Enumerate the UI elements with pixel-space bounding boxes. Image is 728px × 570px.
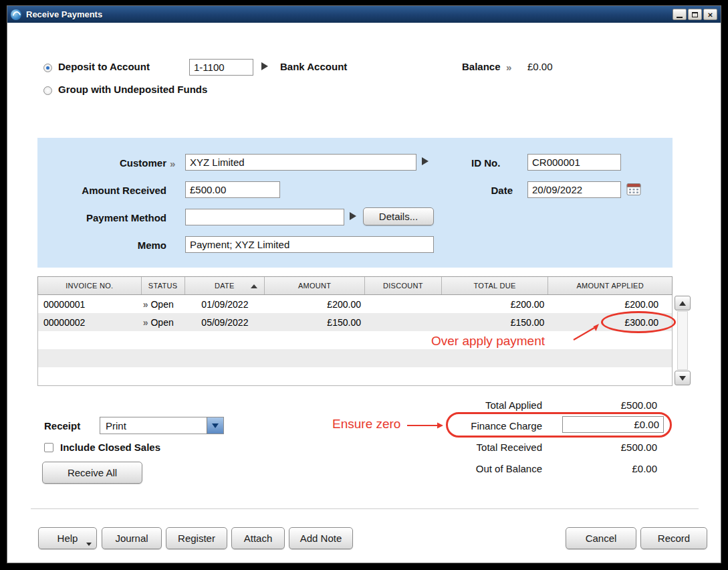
col-header-discount[interactable]: DISCOUNT [365, 277, 442, 294]
invoice-row-2[interactable]: 00000002 Open 05/09/2022 £150.00 £150.00… [38, 313, 672, 331]
invoice-table-header: INVOICE NO. STATUS DATE AMOUNT DISCOUNT … [37, 276, 673, 295]
total-applied-label: Total Applied [382, 399, 542, 411]
cell-total-due: £150.00 [442, 313, 549, 331]
customer-input[interactable] [185, 154, 416, 171]
receive-payments-window: Receive Payments Deposit to Account Bank… [7, 5, 721, 563]
receipt-dropdown-value: Print [100, 417, 207, 434]
dropdown-arrow-icon [212, 423, 219, 428]
date-input[interactable] [527, 181, 621, 198]
payment-method-input[interactable] [185, 209, 344, 225]
app-icon [11, 9, 21, 20]
customer-chevron-icon [170, 157, 175, 170]
amount-received-input[interactable] [185, 181, 280, 198]
scroll-up-button[interactable] [675, 296, 691, 310]
group-undeposited-radio[interactable] [43, 86, 52, 95]
cell-amount-applied-overapplied[interactable]: £300.00 [548, 313, 672, 331]
include-closed-sales-label: Include Closed Sales [60, 442, 160, 453]
deposit-to-account-radio[interactable] [43, 64, 52, 72]
memo-label: Memo [33, 240, 166, 251]
invoice-table: INVOICE NO. STATUS DATE AMOUNT DISCOUNT … [37, 276, 673, 386]
account-name-label: Bank Account [280, 61, 347, 72]
scroll-down-button[interactable] [675, 371, 691, 385]
col-header-invoice-no[interactable]: INVOICE NO. [38, 277, 142, 294]
details-button[interactable]: Details... [363, 207, 434, 225]
total-applied-value: £500.00 [557, 399, 657, 411]
col-header-date[interactable]: DATE [185, 277, 265, 294]
balance-chevron-icon [506, 61, 511, 74]
col-header-total-due[interactable]: TOTAL DUE [442, 277, 549, 294]
empty-row [38, 349, 672, 367]
table-scrollbar[interactable] [675, 296, 691, 385]
col-header-status[interactable]: STATUS [142, 277, 185, 294]
scroll-down-icon [679, 376, 686, 381]
title-bar[interactable]: Receive Payments [7, 6, 721, 23]
invoice-detail-arrow-icon[interactable] [143, 299, 148, 310]
cell-invoice-no: 00000002 [38, 313, 142, 331]
include-closed-sales-checkbox[interactable] [44, 443, 53, 452]
window-title: Receive Payments [26, 9, 102, 19]
journal-button[interactable]: Journal [102, 527, 162, 549]
receive-all-button[interactable]: Receive All [42, 462, 142, 484]
help-button[interactable]: Help [38, 527, 97, 549]
add-note-button[interactable]: Add Note [289, 527, 353, 549]
out-of-balance-value: £0.00 [557, 463, 657, 474]
minimize-button[interactable] [673, 9, 687, 20]
scrollbar-track[interactable] [677, 311, 688, 370]
out-of-balance-label: Out of Balance [382, 463, 542, 474]
status-text: Open [150, 317, 173, 328]
sort-ascending-icon [251, 284, 257, 288]
col-header-amount[interactable]: AMOUNT [265, 277, 365, 294]
close-button[interactable] [703, 9, 717, 20]
receipt-label: Receipt [44, 420, 80, 432]
id-no-input[interactable] [527, 154, 621, 171]
finance-charge-input[interactable] [562, 416, 664, 433]
total-received-label: Total Received [382, 442, 542, 453]
col-header-amount-applied[interactable]: AMOUNT APPLIED [548, 277, 672, 294]
minimize-icon [677, 17, 683, 18]
date-label: Date [446, 185, 513, 196]
receipt-dropdown[interactable]: Print [100, 417, 224, 434]
window-controls [673, 9, 717, 20]
receipt-dropdown-button[interactable] [207, 417, 223, 434]
cell-discount[interactable] [365, 295, 442, 313]
maximize-icon [692, 12, 698, 17]
payment-method-select-arrow-icon[interactable] [350, 212, 356, 220]
status-text: Open [150, 299, 173, 310]
maximize-button[interactable] [688, 9, 702, 20]
payment-method-label: Payment Method [33, 212, 166, 223]
deposit-to-account-label: Deposit to Account [58, 61, 150, 72]
col-header-date-label: DATE [215, 282, 235, 290]
register-button[interactable]: Register [166, 527, 227, 549]
cell-amount: £200.00 [265, 295, 365, 313]
cell-amount-applied[interactable]: £200.00 [548, 295, 672, 313]
customer-select-arrow-icon[interactable] [422, 157, 429, 165]
help-button-label: Help [57, 533, 78, 544]
finance-charge-label: Finance Charge [382, 420, 542, 432]
cell-date: 05/09/2022 [185, 313, 265, 331]
invoice-detail-arrow-icon[interactable] [143, 317, 148, 328]
cell-discount[interactable] [365, 313, 442, 331]
calendar-icon[interactable] [626, 182, 641, 196]
memo-input[interactable] [185, 236, 434, 253]
help-menu-caret-icon [86, 543, 92, 546]
invoice-row-1[interactable]: 00000001 Open 01/09/2022 £200.00 £200.00… [38, 295, 672, 313]
cell-status: Open [142, 313, 185, 331]
amount-received-label: Amount Received [33, 185, 166, 196]
id-no-label: ID No. [471, 157, 500, 169]
empty-row [38, 367, 672, 385]
customer-label: Customer [33, 157, 166, 169]
cell-invoice-no: 00000001 [38, 295, 142, 313]
empty-row [38, 331, 672, 349]
group-undeposited-label: Group with Undeposited Funds [58, 84, 207, 95]
invoice-table-body: 00000001 Open 01/09/2022 £200.00 £200.00… [37, 295, 673, 386]
total-received-value: £500.00 [557, 442, 657, 453]
account-select-arrow-icon[interactable] [261, 62, 268, 70]
cancel-button[interactable]: Cancel [566, 527, 636, 549]
close-icon [707, 9, 713, 19]
record-button[interactable]: Record [640, 527, 707, 549]
balance-value: £0.00 [527, 61, 553, 72]
attach-button[interactable]: Attach [231, 527, 285, 549]
footer-divider [31, 508, 699, 509]
cell-total-due: £200.00 [442, 295, 549, 313]
deposit-account-input[interactable] [189, 59, 253, 76]
